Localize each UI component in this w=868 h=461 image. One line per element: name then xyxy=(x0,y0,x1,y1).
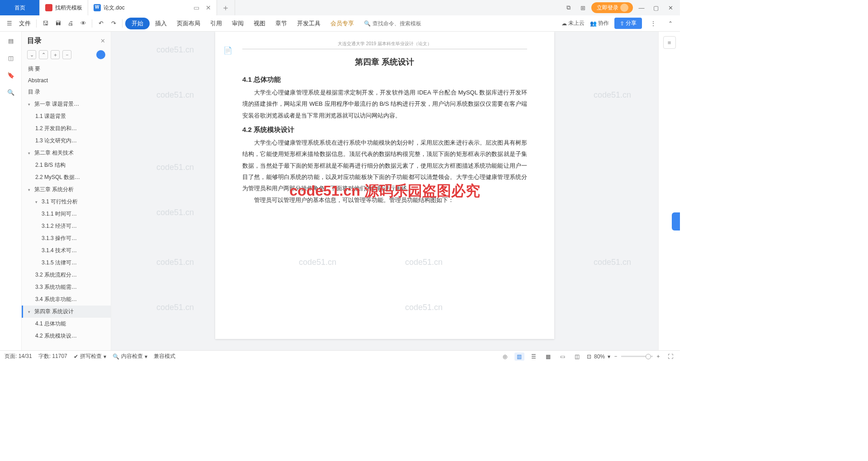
share-button[interactable]: ⇪分享 xyxy=(614,18,642,29)
page-view-icon[interactable]: ▥ xyxy=(514,353,524,361)
menu-vip[interactable]: 会员专享 xyxy=(326,18,359,29)
collapse-all-icon[interactable]: ⌄ xyxy=(27,50,36,59)
tab-home[interactable]: 首页 xyxy=(0,0,40,15)
toc-item[interactable]: 3.1.4 技术可… xyxy=(22,245,111,257)
menu-chapter[interactable]: 章节 xyxy=(271,18,292,29)
toc-item[interactable]: 3.1.2 经济可… xyxy=(22,220,111,232)
feedback-tab[interactable] xyxy=(672,212,680,230)
command-search[interactable]: 🔍 xyxy=(364,20,427,27)
outline-rail-icon[interactable]: ▤ xyxy=(6,36,15,45)
web-view-icon[interactable]: ▦ xyxy=(543,353,553,361)
tab-new[interactable]: ＋ xyxy=(217,0,235,15)
toc-item[interactable]: 2.1 B/S 结构 xyxy=(22,159,111,171)
login-button[interactable]: 立即登录 xyxy=(591,2,633,13)
menu-review[interactable]: 审阅 xyxy=(227,18,248,29)
menu-start[interactable]: 开始 xyxy=(125,18,150,29)
chapter-title: 第四章 系统设计 xyxy=(242,56,527,67)
toc-label: 第一章 课题背景… xyxy=(34,100,79,108)
tab-close-icon[interactable]: ✕ xyxy=(206,4,211,11)
menu-insert[interactable]: 插入 xyxy=(151,18,171,29)
outline-close-icon[interactable]: ✕ xyxy=(100,38,105,44)
search-input[interactable] xyxy=(373,20,427,27)
remove-item-icon[interactable]: － xyxy=(62,50,71,59)
menu-view[interactable]: 视图 xyxy=(249,18,270,29)
toc-item[interactable]: ▾第四章 系统设计 xyxy=(22,306,111,318)
toc-item[interactable]: 3.1.5 法律可… xyxy=(22,257,111,269)
tab-label: 论文.doc xyxy=(104,4,125,12)
toc-item[interactable]: 3.1.1 时间可… xyxy=(22,208,111,220)
focus-mode-icon[interactable]: ◎ xyxy=(500,353,510,361)
file-menu[interactable]: 文件 xyxy=(16,19,33,28)
toc-item[interactable]: ▾第二章 相关技术 xyxy=(22,147,111,159)
print-icon[interactable]: 🖨 xyxy=(65,18,76,29)
compat-mode[interactable]: 兼容模式 xyxy=(154,353,175,360)
toc-item[interactable]: ▾3.1 可行性分析 xyxy=(22,196,111,208)
close-icon[interactable]: ✕ xyxy=(665,2,676,14)
content-review[interactable]: 🔍内容检查▾ xyxy=(113,353,147,360)
outline-view-icon[interactable]: ☰ xyxy=(529,353,539,361)
toc-item[interactable]: 1.2 开发目的和… xyxy=(22,122,111,135)
fullscreen-icon[interactable]: ⛶ xyxy=(665,353,675,361)
spellcheck-toggle[interactable]: ✔拼写检查▾ xyxy=(74,353,106,360)
saveas-icon[interactable]: 🖬 xyxy=(52,18,64,29)
toc-item[interactable]: 1.1 课题背景 xyxy=(22,110,111,122)
panel-toggle-icon[interactable]: ≡ xyxy=(663,36,676,49)
menu-devtools[interactable]: 开发工具 xyxy=(292,18,325,29)
toc-item[interactable]: 3.1.3 操作可… xyxy=(22,232,111,245)
toc-item[interactable]: 3.4 系统非功能… xyxy=(22,293,111,306)
toc-item[interactable]: Abstract xyxy=(22,75,111,86)
save-icon[interactable]: 🖫 xyxy=(39,18,51,29)
collab-button[interactable]: 👥协作 xyxy=(590,19,609,27)
toc-item[interactable]: 目 录 xyxy=(22,86,111,98)
nav-rail-icon[interactable]: ◫ xyxy=(6,53,15,62)
toc-label: 3.3 系统功能需… xyxy=(35,283,77,291)
sync-icon[interactable] xyxy=(96,50,105,59)
tab-split-icon[interactable]: ▭ xyxy=(193,4,199,11)
zoom-control[interactable]: ⊡ 80% ▾ － ＋ xyxy=(587,353,661,360)
toc-item[interactable]: 2.2 MySQL 数据… xyxy=(22,171,111,183)
redo-icon[interactable]: ↷ xyxy=(108,18,119,29)
toc-label: 第四章 系统设计 xyxy=(34,308,74,315)
toc-item[interactable]: 1.3 论文研究内… xyxy=(22,135,111,147)
toc-label: 3.1 可行性分析 xyxy=(42,198,78,206)
document-area[interactable]: 📄 大连交通大学 2019 届本科生毕业设计（论文） 第四章 系统设计 4.1 … xyxy=(111,32,658,350)
find-rail-icon[interactable]: 🔍 xyxy=(6,88,15,97)
toc-item[interactable]: ▾第三章 系统分析 xyxy=(22,183,111,196)
toc-item[interactable]: 3.2 系统流程分… xyxy=(22,269,111,281)
hamburger-icon[interactable]: ☰ xyxy=(4,18,15,29)
page-margin-icon[interactable]: 📄 xyxy=(223,46,232,55)
page-header: 大连交通大学 2019 届本科生毕业设计（论文） xyxy=(242,41,527,49)
collapse-ribbon-icon[interactable]: ⌃ xyxy=(665,18,676,29)
tab-template[interactable]: 找稻壳模板 xyxy=(40,0,88,15)
layout-icon[interactable]: ⧉ xyxy=(562,2,574,14)
split-view-icon[interactable]: ◫ xyxy=(572,353,582,361)
zoom-slider[interactable] xyxy=(621,356,653,357)
watermark: code51.cn xyxy=(156,90,194,100)
preview-icon[interactable]: 👁 xyxy=(77,18,89,29)
minimize-icon[interactable]: — xyxy=(636,2,647,14)
menu-reference[interactable]: 引用 xyxy=(206,18,226,29)
toc-item[interactable]: 摘 要 xyxy=(22,63,111,75)
expand-all-icon[interactable]: ⌃ xyxy=(39,50,48,59)
menu-layout[interactable]: 页面布局 xyxy=(172,18,205,29)
chevron-down-icon[interactable]: ▾ xyxy=(608,353,610,360)
bookmark-rail-icon[interactable]: 🔖 xyxy=(6,71,15,80)
toc-item[interactable]: ▾第一章 课题背景… xyxy=(22,98,111,110)
cloud-status[interactable]: ☁未上云 xyxy=(561,19,585,27)
zoom-in-icon[interactable]: ＋ xyxy=(656,353,661,360)
toc-item[interactable]: 3.3 系统功能需… xyxy=(22,281,111,293)
tab-document[interactable]: 论文.doc ▭ ✕ xyxy=(88,0,217,15)
zoom-out-icon[interactable]: － xyxy=(613,353,618,360)
add-item-icon[interactable]: ＋ xyxy=(51,50,60,59)
read-view-icon[interactable]: ▭ xyxy=(558,353,568,361)
maximize-icon[interactable]: ▢ xyxy=(650,2,662,14)
undo-icon[interactable]: ↶ xyxy=(95,18,107,29)
more-icon[interactable]: ⋮ xyxy=(647,18,659,29)
toc-item[interactable]: 4.2 系统模块设… xyxy=(22,330,111,342)
cloud-icon: ☁ xyxy=(561,20,567,27)
zoom-fit-icon[interactable]: ⊡ xyxy=(587,353,591,360)
page-indicator[interactable]: 页面: 14/31 xyxy=(5,353,32,360)
apps-icon[interactable]: ⊞ xyxy=(577,2,589,14)
toc-item[interactable]: 4.1 总体功能 xyxy=(22,318,111,330)
word-count[interactable]: 字数: 11707 xyxy=(38,353,67,360)
